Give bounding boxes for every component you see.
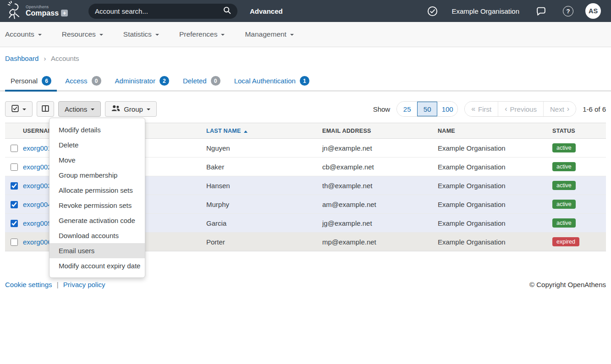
status-badge: active <box>552 162 576 171</box>
chevron-right-icon: › <box>567 105 569 113</box>
nav-accounts[interactable]: Accounts <box>5 30 42 38</box>
search-icon[interactable] <box>223 6 231 16</box>
menu-item-delete[interactable]: Delete <box>50 137 145 152</box>
col-last-name[interactable]: LAST NAME <box>206 123 322 139</box>
org-name-cell: Example Organisation <box>438 195 552 214</box>
page-size-group: 25 50 100 <box>396 101 458 117</box>
actions-dropdown-button[interactable]: Actions <box>58 101 101 117</box>
email-cell: th@example.net <box>322 176 438 195</box>
row-checkbox[interactable] <box>11 145 18 152</box>
tab-count-badge: 2 <box>160 76 169 86</box>
menu-item-allocate-permission-sets[interactable]: Allocate permission sets <box>50 183 145 198</box>
brand-name-openathens: OpenAthens <box>26 5 68 9</box>
openathens-logo-icon <box>6 1 22 21</box>
chevron-down-icon <box>91 109 94 110</box>
compass-plus-icon: + <box>61 10 68 16</box>
double-chevron-left-icon: « <box>471 105 475 113</box>
results-range-label: 1-6 of 6 <box>583 105 606 113</box>
last-name-cell: Baker <box>206 158 322 176</box>
email-cell: jg@example.net <box>322 214 438 233</box>
actions-dropdown-menu: Modify details Delete Move Group members… <box>49 118 145 278</box>
org-name-cell: Example Organisation <box>438 176 552 195</box>
first-page-button[interactable]: «First <box>465 102 498 116</box>
user-avatar[interactable]: AS <box>585 3 601 19</box>
page-size-25[interactable]: 25 <box>397 102 417 116</box>
columns-button[interactable] <box>37 101 54 117</box>
last-name-cell: Murphy <box>206 195 322 214</box>
breadcrumb: Dashboard › Accounts <box>5 54 611 62</box>
col-email-address[interactable]: EMAIL ADDRESS <box>322 123 438 139</box>
menu-item-group-membership[interactable]: Group membership <box>50 168 145 183</box>
nav-statistics[interactable]: Statistics <box>123 30 159 38</box>
username-link[interactable]: exorg003 <box>23 182 52 190</box>
checkbox-icon <box>11 105 19 114</box>
previous-page-button[interactable]: ‹Previous <box>498 102 544 116</box>
show-label: Show <box>373 105 391 113</box>
tab-personal[interactable]: Personal6 <box>5 76 57 90</box>
tab-administrator[interactable]: Administrator2 <box>110 76 175 90</box>
org-name-cell: Example Organisation <box>438 139 552 158</box>
tab-access[interactable]: Access0 <box>60 76 106 90</box>
last-name-cell: Garcia <box>206 214 322 233</box>
privacy-policy-link[interactable]: Privacy policy <box>63 281 105 288</box>
menu-item-modify-account-expiry-date[interactable]: Modify account expiry date <box>50 258 145 273</box>
chevron-left-icon: ‹ <box>505 105 507 113</box>
col-status[interactable]: STATUS <box>552 123 606 139</box>
username-link[interactable]: exorg006 <box>23 238 52 246</box>
tab-count-badge: 0 <box>92 76 101 86</box>
footer-links: Cookie settings | Privacy policy <box>5 281 105 288</box>
breadcrumb-dashboard-link[interactable]: Dashboard <box>5 54 39 62</box>
row-checkbox[interactable] <box>11 163 18 171</box>
group-dropdown-button[interactable]: Group <box>105 101 157 117</box>
username-link[interactable]: exorg001 <box>23 144 52 152</box>
openathens-brand[interactable]: OpenAthens Compass + <box>6 1 68 21</box>
org-name-cell: Example Organisation <box>438 214 552 233</box>
menu-item-modify-details[interactable]: Modify details <box>50 122 145 137</box>
tab-count-badge: 0 <box>211 76 220 86</box>
table-toolbar: Actions Group Show 25 50 100 «First ‹Pre… <box>5 101 606 117</box>
status-badge: active <box>552 143 576 152</box>
nav-resources[interactable]: Resources <box>62 30 103 38</box>
next-page-button[interactable]: Next› <box>544 102 576 116</box>
help-icon[interactable]: ? <box>563 6 573 16</box>
email-cell: mp@example.net <box>322 233 438 251</box>
status-badge: expired <box>552 237 579 246</box>
chat-bubble-icon[interactable] <box>536 6 546 16</box>
row-checkbox[interactable] <box>11 239 18 246</box>
row-checkbox[interactable] <box>11 201 18 208</box>
account-type-tabs: Personal6 Access0 Administrator2 Deleted… <box>0 76 611 92</box>
menu-item-revoke-permission-sets[interactable]: Revoke permission sets <box>50 198 145 213</box>
menu-item-generate-activation-code[interactable]: Generate activation code <box>50 213 145 228</box>
username-link[interactable]: exorg002 <box>23 163 52 171</box>
chevron-down-icon <box>22 109 26 110</box>
organisation-name[interactable]: Example Organisation <box>451 7 519 15</box>
nav-preferences[interactable]: Preferences <box>179 30 225 38</box>
email-cell: jn@example.net <box>322 139 438 158</box>
nav-management[interactable]: Management <box>245 30 293 38</box>
tab-count-badge: 6 <box>42 76 51 86</box>
menu-item-download-accounts[interactable]: Download accounts <box>50 228 145 243</box>
col-name[interactable]: NAME <box>438 123 552 139</box>
email-cell: cb@example.net <box>322 158 438 176</box>
last-name-cell: Hansen <box>206 176 322 195</box>
status-badge: active <box>552 218 576 228</box>
cookie-settings-link[interactable]: Cookie settings <box>5 281 52 288</box>
row-checkbox[interactable] <box>11 182 18 190</box>
account-search-bar[interactable] <box>88 4 237 19</box>
select-rows-button[interactable] <box>5 101 33 117</box>
row-checkbox[interactable] <box>11 220 18 227</box>
account-search-input[interactable] <box>95 7 223 15</box>
tab-local-authentication[interactable]: Local Authentication1 <box>229 76 315 90</box>
username-link[interactable]: exorg004 <box>23 201 52 208</box>
page-size-50[interactable]: 50 <box>417 102 437 116</box>
username-link[interactable]: exorg005 <box>23 219 52 227</box>
menu-item-email-users[interactable]: Email users <box>50 243 145 258</box>
sort-ascending-icon <box>244 130 248 133</box>
page-size-100[interactable]: 100 <box>437 102 457 116</box>
top-bar: OpenAthens Compass + Advanced Example Or… <box>0 0 611 22</box>
group-people-icon <box>111 105 120 113</box>
status-check-circle-icon[interactable] <box>427 6 438 16</box>
tab-deleted[interactable]: Deleted0 <box>177 76 226 90</box>
menu-item-move[interactable]: Move <box>50 152 145 168</box>
advanced-search-link[interactable]: Advanced <box>250 7 283 15</box>
